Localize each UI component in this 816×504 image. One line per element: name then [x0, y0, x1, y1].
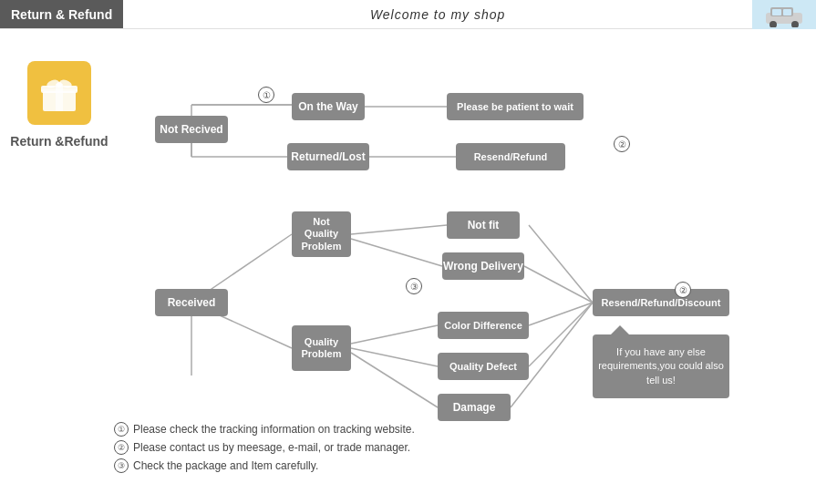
svg-line-31 — [529, 303, 593, 366]
diagram: Not Recived Received On the Way Returned… — [109, 43, 807, 490]
svg-line-25 — [351, 325, 438, 344]
car-icon — [761, 2, 807, 27]
node-not-received: Not Recived — [155, 116, 228, 143]
left-panel: Return &Refund — [9, 43, 109, 490]
note-line-2: ② Please contact us by meesage, e-mail, … — [114, 440, 807, 455]
gift-icon — [27, 61, 91, 125]
svg-point-12 — [57, 82, 62, 87]
circle-num-2-top: ② — [614, 136, 630, 152]
svg-line-27 — [351, 353, 438, 407]
node-quality-defect: Quality Defect — [438, 353, 529, 380]
node-on-the-way: On the Way — [292, 93, 365, 120]
gift-svg — [37, 71, 81, 115]
svg-line-23 — [351, 225, 447, 234]
note-circle-1: ① — [114, 422, 129, 437]
svg-line-30 — [529, 303, 593, 325]
header-welcome: Welcome to my shop — [123, 7, 752, 22]
footer-notes: ① Please check the tracking information … — [114, 422, 807, 477]
circle-num-3: ③ — [406, 278, 422, 294]
circle-num-1: ① — [258, 87, 274, 103]
node-if-you-have: If you have any else requirements,you co… — [593, 334, 729, 398]
node-wrong-delivery: Wrong Delivery — [442, 252, 524, 280]
svg-line-28 — [529, 225, 593, 303]
car-decoration — [752, 0, 816, 29]
svg-rect-9 — [41, 89, 77, 91]
node-resend-refund-discount: Resend/Refund/Discount — [593, 289, 729, 316]
left-label: Return &Refund — [10, 134, 108, 149]
node-quality-problem: Quality Problem — [292, 325, 351, 371]
svg-line-29 — [524, 266, 593, 303]
svg-line-24 — [351, 239, 442, 266]
node-returned-lost: Returned/Lost — [287, 143, 369, 170]
note-line-1: ① Please check the tracking information … — [114, 422, 807, 437]
header-title: Return & Refund — [0, 0, 123, 28]
note-line-3: ③ Check the package and Item carefully. — [114, 458, 807, 473]
node-not-quality-problem: Not Quality Problem — [292, 211, 351, 257]
svg-line-26 — [351, 348, 438, 366]
node-please-wait: Please be patient to wait — [447, 93, 584, 120]
svg-rect-5 — [783, 9, 791, 15]
note-circle-2: ② — [114, 440, 129, 455]
page-header: Return & Refund Welcome to my shop — [0, 0, 816, 29]
svg-rect-8 — [56, 84, 63, 111]
note-circle-3: ③ — [114, 458, 129, 473]
circle-num-2-bottom: ② — [675, 282, 691, 298]
node-not-fit: Not fit — [447, 211, 520, 239]
node-color-diff: Color Difference — [438, 312, 529, 339]
node-resend-refund-top: Resend/Refund — [456, 143, 565, 170]
node-received: Received — [155, 289, 228, 316]
svg-rect-4 — [772, 9, 781, 15]
main-content: Return &Refund — [0, 29, 816, 504]
node-damage: Damage — [438, 394, 511, 421]
